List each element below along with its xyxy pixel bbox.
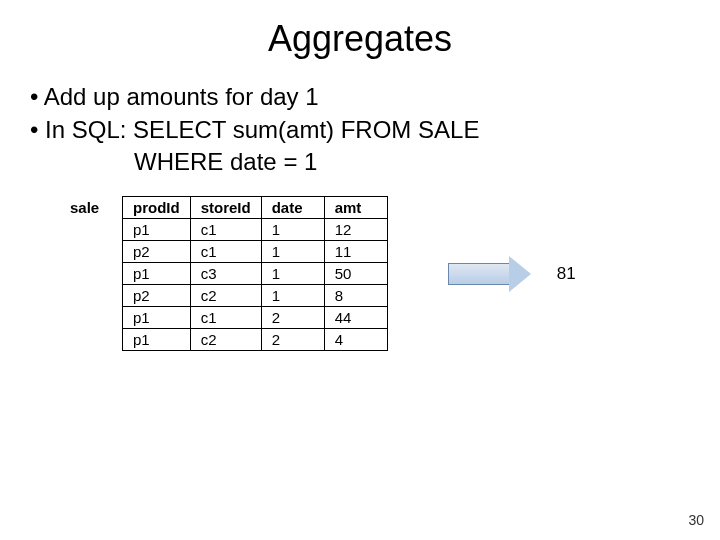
header-storeid: storeId — [190, 197, 261, 219]
aggregate-result: 81 — [557, 264, 576, 284]
cell-storeid: c2 — [190, 285, 261, 307]
cell-date: 1 — [261, 241, 324, 263]
slide-title: Aggregates — [0, 18, 720, 60]
cell-date: 1 — [261, 285, 324, 307]
cell-blank — [60, 307, 123, 329]
cell-date: 2 — [261, 307, 324, 329]
cell-amt: 11 — [324, 241, 387, 263]
cell-prodid: p1 — [123, 219, 191, 241]
cell-blank — [60, 263, 123, 285]
cell-storeid: c1 — [190, 241, 261, 263]
cell-amt: 4 — [324, 329, 387, 351]
cell-prodid: p1 — [123, 263, 191, 285]
bullet-2: • In SQL: SELECT sum(amt) FROM SALE — [30, 115, 720, 146]
cell-storeid: c1 — [190, 219, 261, 241]
table-row: p1 c3 1 50 — [60, 263, 387, 285]
cell-prodid: p1 — [123, 329, 191, 351]
table-row: p1 c1 2 44 — [60, 307, 387, 329]
content-row: sale prodId storeId date amt p1 c1 1 12 … — [60, 196, 720, 351]
cell-prodid: p2 — [123, 241, 191, 263]
cell-blank — [60, 219, 123, 241]
page-number: 30 — [688, 512, 704, 528]
header-sale: sale — [60, 197, 123, 219]
cell-date: 2 — [261, 329, 324, 351]
cell-amt: 50 — [324, 263, 387, 285]
arrow-icon — [448, 256, 531, 292]
cell-date: 1 — [261, 263, 324, 285]
header-date: date — [261, 197, 324, 219]
cell-storeid: c3 — [190, 263, 261, 285]
sale-table: sale prodId storeId date amt p1 c1 1 12 … — [60, 196, 388, 351]
cell-blank — [60, 241, 123, 263]
header-prodid: prodId — [123, 197, 191, 219]
cell-blank — [60, 285, 123, 307]
table-row: p1 c1 1 12 — [60, 219, 387, 241]
table-row: p1 c2 2 4 — [60, 329, 387, 351]
cell-amt: 44 — [324, 307, 387, 329]
cell-amt: 8 — [324, 285, 387, 307]
cell-storeid: c2 — [190, 329, 261, 351]
table-header-row: sale prodId storeId date amt — [60, 197, 387, 219]
bullet-list: • Add up amounts for day 1 • In SQL: SEL… — [30, 82, 720, 178]
bullet-2-cont: WHERE date = 1 — [134, 147, 720, 178]
table-row: p2 c1 1 11 — [60, 241, 387, 263]
cell-prodid: p1 — [123, 307, 191, 329]
cell-blank — [60, 329, 123, 351]
cell-date: 1 — [261, 219, 324, 241]
table-row: p2 c2 1 8 — [60, 285, 387, 307]
cell-storeid: c1 — [190, 307, 261, 329]
header-amt: amt — [324, 197, 387, 219]
cell-prodid: p2 — [123, 285, 191, 307]
bullet-1: • Add up amounts for day 1 — [30, 82, 720, 113]
cell-amt: 12 — [324, 219, 387, 241]
